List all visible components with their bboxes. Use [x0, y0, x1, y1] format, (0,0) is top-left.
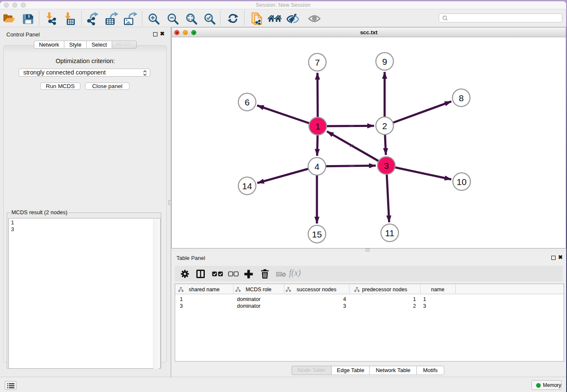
svg-text:4: 4	[314, 162, 319, 171]
svg-text:15: 15	[312, 229, 322, 239]
svg-text:3: 3	[384, 161, 389, 171]
svg-text:6: 6	[245, 97, 250, 107]
svg-text:9: 9	[382, 57, 387, 66]
svg-text:14: 14	[242, 181, 252, 191]
svg-text:1: 1	[315, 121, 320, 131]
svg-text:10: 10	[457, 177, 466, 187]
svg-text:7: 7	[315, 58, 320, 67]
svg-text:11: 11	[385, 228, 394, 238]
svg-text:2: 2	[382, 121, 387, 131]
svg-text:8: 8	[459, 93, 464, 103]
